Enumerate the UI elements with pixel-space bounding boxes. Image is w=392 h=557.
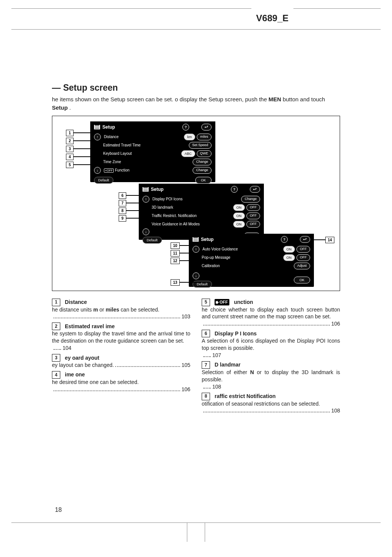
row-label: Time Zone: [103, 160, 190, 164]
speaker-icon: [216, 301, 219, 304]
callout-13: 13: [171, 279, 201, 286]
setup-row-keyboard: Keyboard Layout ABC QWE: [90, 149, 215, 158]
setup-panel-2: Setup ? ⮐ ↑ Display POI Icons Change 3D …: [139, 184, 264, 240]
help-icon[interactable]: ?: [281, 236, 288, 243]
callout-10: 10: [171, 242, 201, 249]
item-title: ime one: [65, 371, 85, 378]
help-icon[interactable]: ?: [231, 186, 238, 193]
lead-text: he items shown on the Setup screen can b…: [52, 96, 268, 102]
item-number: 6: [202, 330, 210, 337]
default-button[interactable]: Default: [143, 237, 162, 244]
footer-rule: [11, 522, 381, 542]
default-button[interactable]: Default: [94, 177, 113, 184]
item-body: he distance units m or miles can be sele…: [52, 306, 190, 313]
panel-title-bar: Setup ? ⮐: [189, 234, 314, 245]
item-body: Selection of either N or to display the …: [202, 369, 340, 383]
back-button[interactable]: ⮐: [300, 236, 310, 243]
off-badge: «OFFOFF: [215, 299, 229, 305]
item-body: A selection of 6 icons displayed on the …: [202, 337, 340, 352]
panel-title-bar: Setup ? ⮐: [90, 121, 215, 133]
setup-panel-1: Setup ? ⮐ ↑ Distance km miles Estimated …: [90, 121, 215, 182]
row-label: Distance: [104, 135, 181, 139]
item-number: 5: [202, 299, 210, 306]
setup-row-off-function: ↓ «OFF Function Change: [90, 166, 215, 175]
on-button[interactable]: ON: [283, 246, 295, 253]
item-title: Distance: [65, 299, 87, 306]
row-label: Voice Guidance in All Modes: [152, 222, 230, 226]
off-button[interactable]: OFF: [246, 212, 260, 219]
page-number: 18: [55, 507, 62, 513]
back-button[interactable]: ⮐: [250, 186, 260, 193]
item-head-7: 7 D landmar: [202, 361, 340, 369]
item-title: Display P I Icons: [215, 330, 257, 337]
distance-km-button[interactable]: km: [184, 134, 195, 140]
item-head-8: 8 raffic estrict Notification: [202, 393, 340, 400]
item-body: ey layout can be changed.105: [52, 362, 190, 369]
callout-5: 5: [66, 162, 103, 168]
item-body: he choice whether to display each touch …: [202, 306, 340, 321]
item-title: ey oard ayout: [65, 354, 99, 362]
on-button[interactable]: ON: [233, 212, 245, 219]
lead-text: .: [69, 104, 71, 111]
item-number: 1: [52, 299, 60, 306]
set-speed-button[interactable]: Set Speed: [189, 142, 212, 149]
ok-button[interactable]: OK: [195, 177, 212, 184]
timezone-change-button[interactable]: Change: [193, 159, 212, 165]
setup-row-calibration: Calibration Adjust: [189, 262, 314, 270]
item-number: 3: [52, 354, 60, 362]
item-head-5: 5 «OFFOFF unction: [202, 299, 340, 306]
row-label: Traffic Restrict. Notification: [152, 214, 230, 218]
function-change-button[interactable]: Change: [193, 167, 212, 174]
item-head-6: 6 Display P I Icons: [202, 330, 340, 337]
setup-row-popup: Pop-up Message ON OFF: [189, 253, 314, 262]
page-ref: 108: [202, 383, 340, 390]
page-ref: 107: [202, 352, 340, 359]
page-ref: 106: [202, 320, 340, 327]
back-button[interactable]: ⮐: [201, 124, 212, 131]
callout-12: 12: [171, 258, 205, 264]
row-label: Calibration: [202, 264, 291, 268]
distance-miles-button[interactable]: miles: [197, 134, 212, 140]
item-title: unction: [234, 299, 253, 306]
row-label: Pop-up Message: [202, 255, 280, 260]
ok-button[interactable]: OK: [294, 277, 310, 283]
callout-14: 14: [314, 237, 334, 243]
off-badge: «OFF: [104, 168, 114, 173]
setup-row-voice: Voice Guidance in All Modes ON OFF: [139, 220, 264, 228]
section-lead: he items shown on the Setup screen can b…: [52, 95, 340, 112]
on-button[interactable]: ON: [233, 204, 245, 211]
footer-tick: [187, 523, 205, 542]
setup-row-traffic: Traffic Restrict. Notification ON OFF: [139, 212, 264, 220]
row-label: Auto Voice Guidance: [202, 247, 280, 251]
row-label: Estimated Travel Time: [103, 143, 186, 147]
page-ref: 104: [52, 345, 190, 352]
adjust-button[interactable]: Adjust: [294, 263, 310, 269]
qwe-button[interactable]: QWE: [197, 150, 212, 157]
setup-row-timezone: Time Zone Change: [90, 158, 215, 166]
setup-touch-label: Setup: [52, 104, 69, 111]
off-button[interactable]: OFF: [246, 221, 260, 228]
panel-title: Setup: [102, 124, 180, 130]
scroll-down-icon[interactable]: ↓: [193, 272, 199, 279]
callout-2: 2: [66, 138, 107, 144]
callout-11: 11: [171, 250, 205, 256]
setup-row-poi: ↑ Display POI Icons Change: [139, 195, 264, 203]
section-title: — Setup screen: [52, 83, 340, 93]
item-number: 2: [52, 323, 60, 330]
row-label: «OFF Function: [104, 168, 190, 172]
column-right: 5 «OFFOFF unction he choice whether to d…: [202, 296, 340, 415]
off-button[interactable]: OFF: [296, 254, 310, 261]
row-label: Keyboard Layout: [103, 151, 178, 156]
help-icon[interactable]: ?: [182, 124, 189, 131]
setup-panel-3: Setup ? ⮐ ↑ Auto Voice Guidance ON OFF P…: [189, 234, 314, 287]
item-number: 4: [52, 371, 60, 379]
on-button[interactable]: ON: [233, 221, 245, 228]
model-label: V689_E: [251, 8, 293, 28]
poi-change-button[interactable]: Change: [241, 196, 260, 203]
on-button[interactable]: ON: [283, 254, 295, 261]
item-title: D landmar: [215, 361, 240, 368]
off-button[interactable]: OFF: [296, 246, 310, 253]
abc-button[interactable]: ABC: [181, 150, 195, 157]
scroll-down-icon[interactable]: ↓: [143, 228, 149, 235]
off-button[interactable]: OFF: [246, 204, 260, 211]
